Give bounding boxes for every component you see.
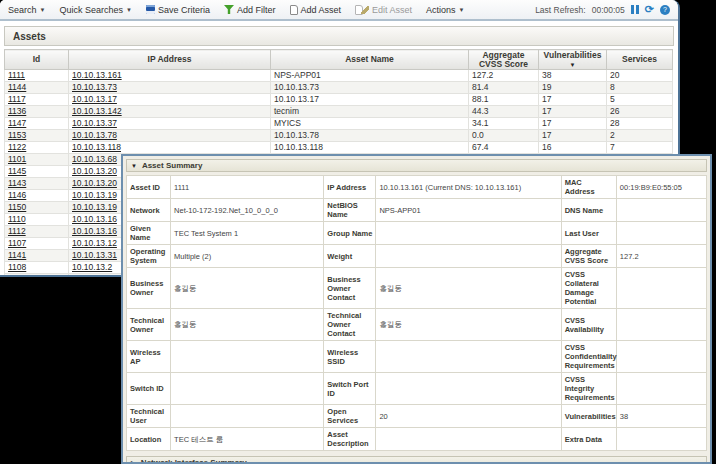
refresh-icon[interactable]: ⟳ xyxy=(645,5,654,14)
asset-vulns-cell: 17 xyxy=(539,106,607,118)
asset-vulns-cell: 17 xyxy=(539,130,607,142)
summary-value: 10.10.13.161 (Current DNS: 10.10.13.161) xyxy=(376,176,561,199)
add-asset-button[interactable]: Add Asset xyxy=(290,5,342,15)
summary-label: Asset Description xyxy=(324,428,376,451)
asset-ip-link[interactable]: 10.10.13.31 xyxy=(72,250,117,260)
save-criteria-button[interactable]: Save Criteria xyxy=(146,5,210,15)
asset-ip-link[interactable]: 10.10.13.20 xyxy=(72,166,117,176)
asset-ip-link[interactable]: 10.10.13.19 xyxy=(72,190,117,200)
table-row[interactable]: 1136 10.10.13.142 tecnim 44.3 17 26 xyxy=(5,106,673,118)
asset-id-link[interactable]: 1144 xyxy=(8,82,26,92)
search-menu[interactable]: Search ▼ xyxy=(8,5,45,15)
asset-ip-link[interactable]: 10.10.13.68 xyxy=(72,154,117,164)
collapse-triangle-icon: ▼ xyxy=(131,163,137,169)
summary-label: Switch ID xyxy=(127,373,171,405)
asset-ip-link[interactable]: 10.10.13.16 xyxy=(72,214,117,224)
asset-cvss-cell: 34.1 xyxy=(469,118,539,130)
chevron-down-icon: ▼ xyxy=(40,7,46,13)
col-asset-name[interactable]: Asset Name xyxy=(271,50,469,70)
table-row[interactable]: 1147 10.10.13.37 MYICS 34.1 17 28 xyxy=(5,118,673,130)
summary-value: Net-10-172-192.Net_10_0_0_0 xyxy=(171,199,324,222)
pause-refresh-icon[interactable] xyxy=(631,5,639,14)
col-vulnerabilities[interactable]: Vulnerabilities ▼ xyxy=(539,50,607,70)
asset-ip-link[interactable]: 10.10.13.12 xyxy=(72,238,117,248)
asset-id-link[interactable]: 1141 xyxy=(8,250,26,260)
asset-ip-link[interactable]: 10.10.13.73 xyxy=(72,82,117,92)
filter-funnel-icon xyxy=(224,5,234,14)
asset-ip-link[interactable]: 10.10.13.37 xyxy=(72,118,117,128)
asset-id-link[interactable]: 1117 xyxy=(8,94,26,104)
summary-value xyxy=(376,428,561,451)
col-vulnerabilities-label: Vulnerabilities xyxy=(544,50,602,60)
asset-services-cell: 26 xyxy=(607,106,673,118)
summary-label: Business Owner Contact xyxy=(324,268,376,309)
asset-id-link[interactable]: 1111 xyxy=(8,70,25,80)
summary-value: TEC 테스트 룸 xyxy=(171,428,324,451)
table-row[interactable]: 1153 10.10.13.78 10.10.13.78 0.0 17 2 xyxy=(5,130,673,142)
edit-asset-label: Edit Asset xyxy=(372,5,412,15)
asset-services-cell: 28 xyxy=(607,118,673,130)
add-filter-button[interactable]: Add Filter xyxy=(224,5,276,15)
last-refresh-value: 00:00:05 xyxy=(592,5,625,15)
actions-label: Actions xyxy=(426,5,456,15)
page-title: Assets xyxy=(4,26,674,46)
asset-vulns-cell: 19 xyxy=(539,82,607,94)
summary-value xyxy=(616,199,706,222)
asset-detail-panel: ▼ Asset Summary Asset ID 1111 IP Address… xyxy=(121,154,712,464)
asset-ip-link[interactable]: 10.10.13.2 xyxy=(72,262,112,272)
asset-vulns-cell: 17 xyxy=(539,118,607,130)
summary-value xyxy=(376,341,561,373)
asset-id-link[interactable]: 1112 xyxy=(8,226,26,236)
asset-cvss-cell: 44.3 xyxy=(469,106,539,118)
col-ip-address[interactable]: IP Address xyxy=(69,50,271,70)
asset-cvss-cell: 88.1 xyxy=(469,94,539,106)
table-row[interactable]: 1144 10.10.13.73 10.10.13.73 81.4 19 8 xyxy=(5,82,673,94)
summary-label: CVSS Integrity Requirements xyxy=(561,373,616,405)
asset-name-cell: 10.10.13.73 xyxy=(271,82,469,94)
asset-ip-link[interactable]: 10.10.13.161 xyxy=(72,70,122,80)
asset-name-cell: 10.10.13.118 xyxy=(271,142,469,154)
asset-ip-link[interactable]: 10.10.13.19 xyxy=(72,202,117,212)
asset-ip-link[interactable]: 10.10.13.17 xyxy=(72,94,117,104)
summary-label: Technical Owner xyxy=(127,309,171,341)
summary-value xyxy=(616,373,706,405)
asset-id-link[interactable]: 1109 xyxy=(8,274,26,277)
summary-label: Location xyxy=(127,428,171,451)
asset-ip-link[interactable]: 10.10.13.16 xyxy=(72,226,117,236)
asset-id-link[interactable]: 1110 xyxy=(8,214,26,224)
save-icon xyxy=(146,5,155,14)
summary-label: Aggregate CVSS Score xyxy=(561,245,616,268)
table-row[interactable]: 1122 10.10.13.118 10.10.13.118 67.4 16 7 xyxy=(5,142,673,154)
asset-ip-link[interactable]: 10.10.13.20 xyxy=(72,178,117,188)
col-aggregate-cvss-score[interactable]: Aggregate CVSS Score xyxy=(469,50,539,70)
asset-id-link[interactable]: 1143 xyxy=(8,178,26,188)
asset-id-link[interactable]: 1108 xyxy=(8,262,26,272)
asset-ip-link[interactable]: 10.10.13.142 xyxy=(72,106,122,116)
asset-id-link[interactable]: 1150 xyxy=(8,202,26,212)
col-services[interactable]: Services xyxy=(607,50,673,70)
summary-value xyxy=(171,405,324,428)
asset-ip-link[interactable]: 10.10.13.118 xyxy=(72,142,121,152)
asset-id-link[interactable]: 1153 xyxy=(8,130,26,140)
asset-id-link[interactable]: 1101 xyxy=(8,154,26,164)
network-interface-section-header[interactable]: ▶ Network Interface Summary xyxy=(126,456,707,464)
asset-id-link[interactable]: 1136 xyxy=(8,106,26,116)
summary-value: NPS-APP01 xyxy=(376,199,561,222)
asset-summary-section-header[interactable]: ▼ Asset Summary xyxy=(126,159,707,172)
col-id[interactable]: Id xyxy=(5,50,69,70)
quick-searches-menu[interactable]: Quick Searches ▼ xyxy=(59,5,131,15)
table-row[interactable]: 1117 10.10.13.17 10.10.13.17 88.1 17 5 xyxy=(5,94,673,106)
asset-id-link[interactable]: 1107 xyxy=(8,238,26,248)
actions-menu[interactable]: Actions ▼ xyxy=(426,5,464,15)
help-icon[interactable]: ? xyxy=(660,5,670,15)
asset-id-link[interactable]: 1146 xyxy=(8,190,26,200)
summary-row: Network Net-10-172-192.Net_10_0_0_0 NetB… xyxy=(127,199,707,222)
table-row[interactable]: 1111 10.10.13.161 NPS-APP01 127.2 38 20 xyxy=(5,70,673,82)
asset-ip-link[interactable]: 10.10.13.78 xyxy=(72,130,117,140)
asset-id-link[interactable]: 1122 xyxy=(8,142,26,152)
summary-row: Asset ID 1111 IP Address 10.10.13.161 (C… xyxy=(127,176,707,199)
asset-id-link[interactable]: 1145 xyxy=(8,166,26,176)
asset-ip-link[interactable]: 10.10.13.16 xyxy=(72,274,117,277)
asset-id-link[interactable]: 1147 xyxy=(8,118,26,128)
summary-label: Group Name xyxy=(324,222,376,245)
